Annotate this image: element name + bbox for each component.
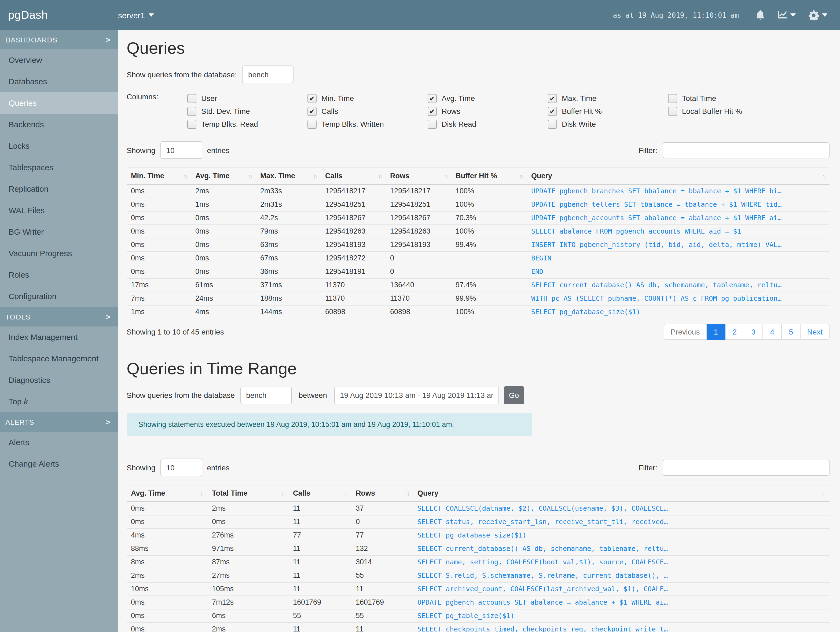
server-dropdown[interactable]: server1 xyxy=(118,11,154,20)
sidebar-item-vacuum-progress[interactable]: Vacuum Progress xyxy=(0,243,118,264)
sidebar-item-replication[interactable]: Replication xyxy=(0,178,118,200)
column-header-rows[interactable]: Rows↑↓ xyxy=(351,485,413,502)
cell: 100% xyxy=(451,225,527,238)
sidebar-item-index-management[interactable]: Index Management xyxy=(0,326,118,348)
column-checkbox-avg-time[interactable]: ✔Avg. Time xyxy=(428,92,548,105)
column-checkbox-total-time[interactable]: Total Time xyxy=(668,92,788,105)
column-header-avg-time[interactable]: Avg. Time↑↓ xyxy=(191,168,256,184)
database-input[interactable] xyxy=(240,386,292,404)
column-checkbox-rows[interactable]: ✔Rows xyxy=(428,105,548,117)
cell: 11370 xyxy=(321,279,386,292)
column-checkbox-std-dev-time[interactable]: Std. Dev. Time xyxy=(187,105,308,117)
query-link[interactable]: SELECT pg_database_size($1) xyxy=(527,305,829,318)
column-header-avg-time[interactable]: Avg. Time↑↓ xyxy=(126,485,208,502)
sidebar-item-tablespaces[interactable]: Tablespaces xyxy=(0,157,118,178)
filter-input[interactable] xyxy=(663,142,829,158)
column-checkbox-local-buffer-hit[interactable]: Local Buffer Hit % xyxy=(668,105,788,117)
query-link[interactable]: SELECT archived_count, COALESCE(last_arc… xyxy=(413,582,829,596)
checkbox-label: Disk Read xyxy=(442,120,476,128)
page-button-4[interactable]: 4 xyxy=(763,324,782,340)
query-link[interactable]: SELECT current_database() AS db, scheman… xyxy=(527,279,829,292)
query-link[interactable]: UPDATE pgbench_accounts SET abalance = a… xyxy=(413,596,829,609)
column-checkbox-min-time[interactable]: ✔Min. Time xyxy=(308,92,428,105)
cell: 70.3% xyxy=(451,211,527,225)
entries-count-input[interactable] xyxy=(160,141,202,159)
sidebar-section-dashboards[interactable]: DASHBOARDS> xyxy=(0,30,118,49)
query-link[interactable]: SELECT COALESCE(datname, $2), COALESCE(u… xyxy=(413,502,829,515)
sidebar-item-diagnostics[interactable]: Diagnostics xyxy=(0,369,118,391)
brand-logo: pgDash xyxy=(0,9,118,22)
sidebar-item-overview[interactable]: Overview xyxy=(0,49,118,71)
cell: 0ms xyxy=(126,252,191,265)
column-checkbox-calls[interactable]: ✔Calls xyxy=(308,105,428,117)
cell: 1295418263 xyxy=(386,225,451,238)
column-header-total-time[interactable]: Total Time↑↓ xyxy=(208,485,289,502)
page-button-2[interactable]: 2 xyxy=(725,324,744,340)
column-checkbox-disk-read[interactable]: Disk Read xyxy=(428,117,548,130)
query-link[interactable]: SELECT abalance FROM pgbench_accounts WH… xyxy=(527,225,829,238)
sidebar-section-tools[interactable]: TOOLS> xyxy=(0,307,118,326)
sidebar-item-alerts[interactable]: Alerts xyxy=(0,432,118,453)
sidebar-item-backends[interactable]: Backends xyxy=(0,114,118,135)
column-header-min-time[interactable]: Min. Time↑↓ xyxy=(126,168,191,184)
query-link[interactable]: WITH pc AS (SELECT pubname, COUNT(*) AS … xyxy=(527,292,829,305)
column-checkbox-disk-write[interactable]: Disk Write xyxy=(548,117,668,130)
query-link[interactable]: SELECT current_database() AS db, scheman… xyxy=(413,542,829,556)
column-checkbox-buffer-hit[interactable]: ✔Buffer Hit % xyxy=(548,105,668,117)
cell: 11 xyxy=(351,582,413,596)
column-header-calls[interactable]: Calls↑↓ xyxy=(321,168,386,184)
cell: 11 xyxy=(289,515,351,529)
page-button-3[interactable]: 3 xyxy=(744,324,763,340)
query-link[interactable]: UPDATE pgbench_accounts SET abalance = a… xyxy=(527,211,829,225)
sidebar-item-configuration[interactable]: Configuration xyxy=(0,286,118,307)
sidebar-item-locks[interactable]: Locks xyxy=(0,135,118,157)
sidebar-item-databases[interactable]: Databases xyxy=(0,71,118,92)
query-link[interactable]: INSERT INTO pgbench_history (tid, bid, a… xyxy=(527,238,829,252)
entries-count-input[interactable] xyxy=(160,459,202,476)
sidebar-item-queries[interactable]: Queries xyxy=(0,92,118,114)
page-button-5[interactable]: 5 xyxy=(782,324,801,340)
cell: 0ms xyxy=(126,265,191,279)
column-header-rows[interactable]: Rows↑↓ xyxy=(386,168,451,184)
column-header-max-time[interactable]: Max. Time↑↓ xyxy=(256,168,321,184)
query-link[interactable]: UPDATE pgbench_branches SET bbalance = b… xyxy=(527,184,829,198)
sidebar-item-bg-writer[interactable]: BG Writer xyxy=(0,221,118,243)
query-link[interactable]: SELECT pg_table_size($1) xyxy=(413,609,829,622)
column-header-calls[interactable]: Calls↑↓ xyxy=(289,485,351,502)
query-link[interactable]: END xyxy=(527,265,829,279)
sidebar-item-change-alerts[interactable]: Change Alerts xyxy=(0,453,118,475)
column-header-buffer-hit[interactable]: Buffer Hit %↑↓ xyxy=(451,168,527,184)
column-checkbox-temp-blks-written[interactable]: Temp Blks. Written xyxy=(308,117,428,130)
charts-menu-button[interactable] xyxy=(777,11,796,19)
page-button-next[interactable]: Next xyxy=(801,324,829,340)
sidebar-item-tablespace-management[interactable]: Tablespace Management xyxy=(0,348,118,369)
query-link[interactable]: SELECT checkpoints_timed, checkpoints_re… xyxy=(413,622,829,632)
column-checkbox-temp-blks-read[interactable]: Temp Blks. Read xyxy=(187,117,308,130)
column-header-query[interactable]: Query↑↓ xyxy=(527,168,829,184)
column-checkbox-user[interactable]: User xyxy=(187,92,308,105)
go-button[interactable]: Go xyxy=(504,386,524,404)
date-range-input[interactable] xyxy=(334,386,499,404)
sidebar-item-top-k[interactable]: Top k xyxy=(0,391,118,412)
column-checkbox-max-time[interactable]: ✔Max. Time xyxy=(548,92,668,105)
query-link[interactable]: SELECT pg_database_size($1) xyxy=(413,529,829,542)
table-row: 4ms276ms7777SELECT pg_database_size($1) xyxy=(126,529,829,542)
bell-icon xyxy=(756,10,764,20)
sidebar-section-alerts[interactable]: ALERTS> xyxy=(0,412,118,432)
page-button-1[interactable]: 1 xyxy=(707,324,725,340)
filter-input[interactable] xyxy=(663,459,829,475)
notifications-button[interactable] xyxy=(756,10,764,20)
query-link[interactable]: SELECT S.relid, S.schemaname, S.relname,… xyxy=(413,569,829,582)
query-link[interactable]: SELECT name, setting, COALESCE(boot_val,… xyxy=(413,556,829,569)
query-link[interactable]: SELECT status, receive_start_lsn, receiv… xyxy=(413,515,829,529)
page-button-previous[interactable]: Previous xyxy=(663,324,707,340)
database-input[interactable] xyxy=(242,65,294,83)
query-link[interactable]: BEGIN xyxy=(527,252,829,265)
query-link[interactable]: UPDATE pgbench_tellers SET tbalance = tb… xyxy=(527,198,829,211)
column-header-query[interactable]: Query↑↓ xyxy=(413,485,829,502)
settings-menu-button[interactable] xyxy=(808,10,827,20)
sidebar-item-wal-files[interactable]: WAL Files xyxy=(0,200,118,221)
entries-label: entries xyxy=(207,146,229,154)
sidebar-item-roles[interactable]: Roles xyxy=(0,264,118,286)
cell: 99.9% xyxy=(451,292,527,305)
